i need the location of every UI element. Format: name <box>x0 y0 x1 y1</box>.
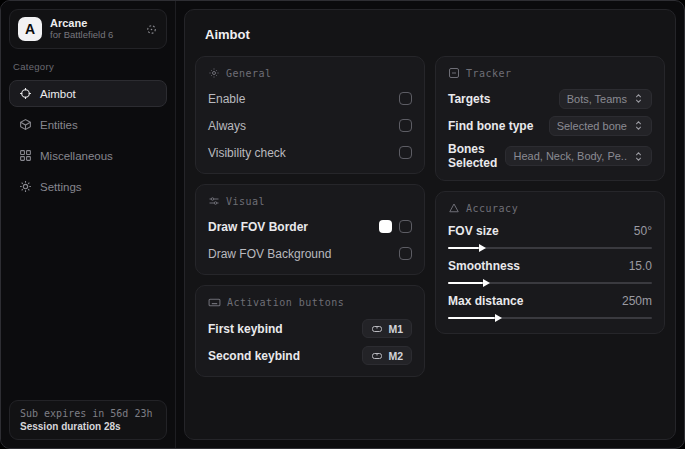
keyboard-icon <box>208 296 221 309</box>
always-checkbox[interactable] <box>399 119 412 132</box>
fov-border-color-swatch[interactable] <box>379 220 392 233</box>
smoothness-value: 15.0 <box>629 259 652 273</box>
gear-icon <box>19 180 32 193</box>
setting-row-second-keybind: Second keybind M2 <box>208 345 412 366</box>
bones-selected-select[interactable]: Head, Neck, Body, Pe.. <box>505 146 652 166</box>
fov-size-slider[interactable] <box>448 247 652 249</box>
select-value: Selected bone <box>557 120 627 132</box>
app-name: Arcane <box>50 17 137 30</box>
setting-label: Draw FOV Border <box>208 220 308 234</box>
setting-label: FOV size <box>448 224 499 238</box>
general-icon <box>208 67 220 79</box>
mouse-icon <box>371 323 383 335</box>
slider-thumb[interactable] <box>495 314 502 322</box>
fov-background-checkbox[interactable] <box>399 247 412 260</box>
entities-icon <box>19 118 32 131</box>
app-window: A Arcane for Battlefield 6 Category <box>0 0 685 449</box>
setting-row-smoothness: Smoothness 15.0 <box>448 259 652 284</box>
select-value: Head, Neck, Body, Pe.. <box>513 150 627 162</box>
setting-label: Smoothness <box>448 259 520 273</box>
setting-row-first-keybind: First keybind M1 <box>208 318 412 339</box>
keybind-value: M1 <box>388 323 403 335</box>
setting-row-max-distance: Max distance 250m <box>448 294 652 319</box>
crosshair-icon <box>19 87 32 100</box>
activation-header: Activation buttons <box>227 297 344 308</box>
setting-row-always: Always <box>208 115 412 136</box>
square-minus-icon <box>448 67 460 79</box>
sidebar-item-entities[interactable]: Entities <box>9 111 167 138</box>
sidebar-item-label: Miscellaneous <box>40 150 113 162</box>
app-subtitle: for Battlefield 6 <box>50 30 137 41</box>
find-bone-type-select[interactable]: Selected bone <box>549 116 652 136</box>
setting-label: Second keybind <box>208 349 300 363</box>
tracker-header: Tracker <box>466 68 512 79</box>
sidebar-item-miscellaneous[interactable]: Miscellaneous <box>9 142 167 169</box>
fov-size-value: 50° <box>634 224 652 238</box>
setting-row-visibility-check: Visibility check <box>208 142 412 163</box>
setting-label: Visibility check <box>208 146 286 160</box>
first-keybind-button[interactable]: M1 <box>362 319 412 338</box>
sidebar: A Arcane for Battlefield 6 Category <box>1 1 176 448</box>
fov-border-checkbox[interactable] <box>399 220 412 233</box>
page-title: Aimbot <box>205 27 665 42</box>
accuracy-header: Accuracy <box>466 203 518 214</box>
subscription-card: Sub expires in 56d 23h Session duration … <box>9 400 167 440</box>
sidebar-item-label: Aimbot <box>40 88 76 100</box>
smoothness-slider[interactable] <box>448 282 652 284</box>
setting-row-fov-border: Draw FOV Border <box>208 216 412 237</box>
setting-row-fov-background: Draw FOV Background <box>208 243 412 264</box>
enable-checkbox[interactable] <box>399 92 412 105</box>
triangle-icon <box>448 202 460 214</box>
sidebar-item-label: Entities <box>40 119 78 131</box>
session-duration-text: Session duration 28s <box>20 421 156 432</box>
setting-label: Targets <box>448 92 490 106</box>
grid-icon <box>19 149 32 162</box>
sidebar-item-aimbot[interactable]: Aimbot <box>9 80 167 107</box>
max-distance-slider[interactable] <box>448 317 652 319</box>
setting-label: Enable <box>208 92 245 106</box>
brand-card: A Arcane for Battlefield 6 <box>9 9 167 49</box>
setting-label: Max distance <box>448 294 523 308</box>
chevrons-up-down-icon <box>633 93 644 104</box>
visibility-check-checkbox[interactable] <box>399 146 412 159</box>
left-column: General Enable Always Visibility check <box>195 56 425 377</box>
general-header: General <box>226 68 272 79</box>
sidebar-nav: Aimbot Entities Miscellaneous <box>9 80 167 200</box>
right-column: Tracker Targets Bots, Teams <box>435 56 665 377</box>
main-panel: Aimbot General Enable <box>184 9 676 440</box>
targets-select[interactable]: Bots, Teams <box>559 89 652 109</box>
mouse-icon <box>371 350 383 362</box>
setting-row-bones-selected: Bones Selected Head, Neck, Body, Pe.. <box>448 142 652 170</box>
tracker-card: Tracker Targets Bots, Teams <box>435 56 665 181</box>
accuracy-card: Accuracy FOV size 50° <box>435 191 665 334</box>
setting-label: Draw FOV Background <box>208 247 331 261</box>
setting-row-find-bone-type: Find bone type Selected bone <box>448 115 652 136</box>
setting-row-enable: Enable <box>208 88 412 109</box>
slider-thumb[interactable] <box>479 244 486 252</box>
sliders-icon <box>208 195 220 207</box>
setting-label: Bones Selected <box>448 142 505 170</box>
visual-header: Visual <box>226 196 265 207</box>
sync-icon[interactable] <box>145 23 158 36</box>
second-keybind-button[interactable]: M2 <box>362 346 412 365</box>
setting-row-targets: Targets Bots, Teams <box>448 88 652 109</box>
max-distance-value: 250m <box>622 294 652 308</box>
sub-expiry-text: Sub expires in 56d 23h <box>20 408 156 419</box>
sidebar-item-settings[interactable]: Settings <box>9 173 167 200</box>
app-logo: A <box>18 17 42 41</box>
setting-label: First keybind <box>208 322 283 336</box>
activation-card: Activation buttons First keybind M1 <box>195 285 425 377</box>
general-card: General Enable Always Visibility check <box>195 56 425 174</box>
slider-thumb[interactable] <box>483 279 490 287</box>
setting-label: Find bone type <box>448 119 533 133</box>
setting-label: Always <box>208 119 246 133</box>
chevrons-up-down-icon <box>633 120 644 131</box>
chevrons-up-down-icon <box>633 151 644 162</box>
category-label: Category <box>13 61 163 72</box>
select-value: Bots, Teams <box>567 93 627 105</box>
sidebar-item-label: Settings <box>40 181 82 193</box>
keybind-value: M2 <box>388 350 403 362</box>
setting-row-fov-size: FOV size 50° <box>448 224 652 249</box>
visual-card: Visual Draw FOV Border Draw FOV Backgrou… <box>195 184 425 275</box>
